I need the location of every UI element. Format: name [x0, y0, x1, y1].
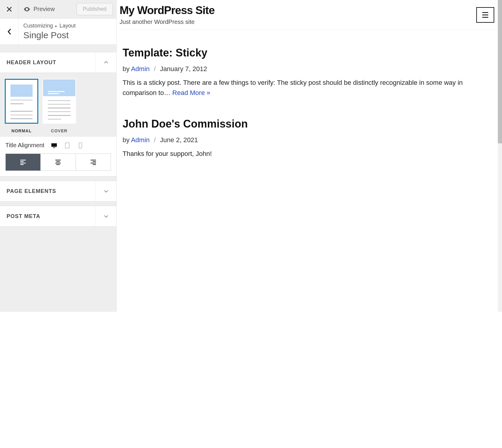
menu-toggle-button[interactable] [476, 7, 494, 23]
site-tagline: Just another WordPress site [120, 19, 214, 25]
breadcrumb-row: Customizing ▸ Layout Single Post [0, 19, 116, 45]
preview-label: Preview [33, 6, 55, 13]
meta-separator: / [154, 65, 156, 73]
device-desktop-icon[interactable] [51, 142, 57, 149]
post-date: June 2, 2021 [160, 136, 198, 144]
align-right-icon [90, 159, 97, 166]
align-left-icon [19, 159, 27, 166]
breadcrumb-separator-icon: ▸ [55, 24, 57, 28]
breadcrumb-root: Customizing [23, 23, 53, 29]
expand-toggle[interactable] [95, 181, 116, 201]
breadcrumb-section: Layout [59, 23, 76, 29]
section-post-meta[interactable]: POST META [0, 206, 116, 227]
svg-rect-2 [65, 142, 69, 148]
close-button[interactable] [0, 0, 19, 18]
section-page-elements[interactable]: PAGE ELEMENTS [0, 181, 116, 202]
header-layout-options: NORMAL COVER [0, 73, 116, 136]
title-alignment-block: Title Alignment [0, 136, 116, 177]
device-mobile-icon[interactable] [77, 142, 84, 149]
chevron-down-icon [103, 188, 109, 194]
post-author-link[interactable]: Admin [131, 136, 149, 144]
svg-rect-3 [79, 142, 82, 148]
post-excerpt: This is a sticky post. There are a few t… [123, 78, 496, 98]
svg-rect-0 [51, 143, 57, 147]
collapse-toggle[interactable] [95, 52, 116, 73]
chevron-up-icon [103, 59, 109, 65]
align-center-button[interactable] [41, 154, 76, 171]
post-author-link[interactable]: Admin [131, 65, 149, 73]
section-title: HEADER LAYOUT [7, 59, 56, 66]
alignment-buttons [5, 154, 111, 171]
post-title[interactable]: John Doe's Commission [123, 118, 496, 130]
svg-rect-1 [53, 147, 55, 148]
align-right-button[interactable] [76, 154, 111, 171]
site-title[interactable]: My WordPress Site [120, 4, 214, 17]
post-excerpt: Thanks for your support, John! [123, 149, 496, 159]
scrollbar-thumb[interactable] [498, 0, 502, 143]
post-date: January 7, 2012 [160, 65, 207, 73]
section-title: POST META [7, 213, 40, 220]
layout-option-label: NORMAL [5, 128, 38, 133]
align-center-icon [54, 159, 62, 166]
post-title[interactable]: Template: Sticky [123, 47, 496, 59]
section-title: PAGE ELEMENTS [7, 188, 56, 194]
post-meta: by Admin / January 7, 2012 [123, 65, 496, 73]
close-icon [6, 6, 13, 13]
preview-pane: My WordPress Site Just another WordPress… [117, 0, 502, 312]
section-header-layout[interactable]: HEADER LAYOUT [0, 52, 116, 73]
align-left-button[interactable] [6, 154, 41, 171]
post-meta: by Admin / June 2, 2021 [123, 136, 496, 144]
scrollbar[interactable] [498, 0, 502, 312]
layout-option-cover[interactable]: COVER [42, 79, 76, 133]
layout-option-normal[interactable]: NORMAL [5, 79, 38, 133]
by-label: by [123, 65, 131, 73]
customizer-panel: Preview Published Customizing ▸ Layout S… [0, 0, 117, 312]
layout-option-label: COVER [42, 128, 76, 133]
preview-toggle[interactable]: Preview [19, 0, 59, 18]
read-more-link[interactable]: Read More » [172, 89, 210, 96]
site-header: My WordPress Site Just another WordPress… [120, 4, 499, 30]
chevron-down-icon [103, 213, 109, 219]
post-item: John Doe's Commission by Admin / June 2,… [120, 101, 499, 162]
breadcrumb: Customizing ▸ Layout Single Post [19, 19, 80, 45]
expand-toggle[interactable] [95, 206, 116, 226]
customizer-topbar: Preview Published [0, 0, 116, 19]
title-alignment-label: Title Alignment [5, 142, 44, 149]
by-label: by [123, 136, 131, 144]
hamburger-icon [481, 12, 489, 18]
chevron-left-icon [7, 28, 11, 35]
device-tablet-icon[interactable] [64, 142, 71, 149]
post-item: Template: Sticky by Admin / January 7, 2… [120, 30, 499, 101]
eye-icon [23, 6, 30, 13]
back-button[interactable] [0, 19, 19, 45]
published-button[interactable]: Published [77, 3, 113, 15]
breadcrumb-current: Single Post [23, 30, 76, 40]
meta-separator: / [154, 136, 156, 144]
